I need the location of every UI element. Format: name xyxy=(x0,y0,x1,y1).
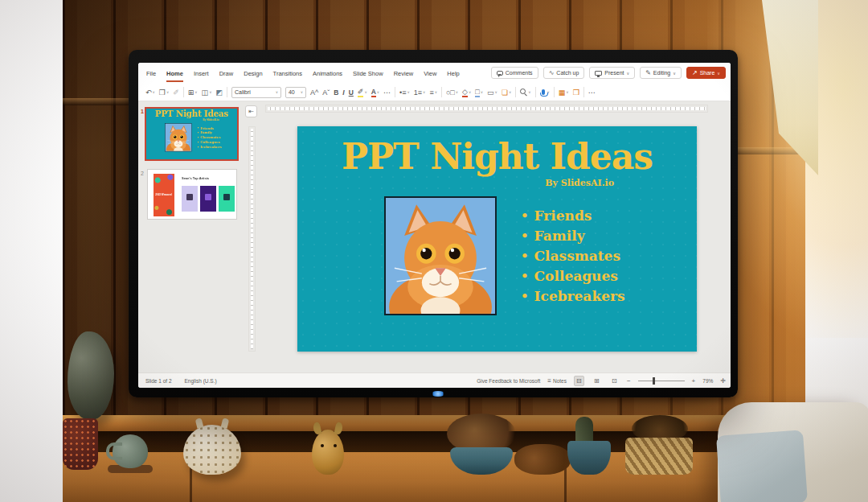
undo-icon: ↶ xyxy=(145,88,152,97)
italic-button[interactable]: I xyxy=(342,88,344,97)
menu-design[interactable]: Design xyxy=(244,65,262,82)
slide-1-thumbnail-content: PPT Night Ideas By SlidesAI.io Friends F… xyxy=(145,107,239,160)
undo-button[interactable]: ↶∨ xyxy=(145,88,155,97)
new-slide-icon: ⊞ xyxy=(188,88,194,97)
chevron-down-icon: ∨ xyxy=(194,90,197,94)
numbering-button[interactable]: 1≡∨ xyxy=(414,88,426,97)
zoom-slider[interactable] xyxy=(638,377,685,385)
new-slide-button[interactable]: ⊞∨ xyxy=(188,88,198,97)
slide-2-thumbnail[interactable]: 2023 Wrapped Sean's Top Artists xyxy=(147,169,237,220)
thumb-bullet: Icebreakers xyxy=(197,145,222,150)
catch-up-button[interactable]: ∿ Catch up xyxy=(543,67,585,79)
zoom-level[interactable]: 79% xyxy=(702,378,713,384)
bullet-item[interactable]: Icebreakers xyxy=(521,286,625,306)
highlight-color-button[interactable]: ✐∨ xyxy=(358,88,367,97)
menu-slide-show[interactable]: Slide Show xyxy=(353,65,383,82)
feedback-link[interactable]: Give Feedback to Microsoft xyxy=(477,378,540,384)
vertical-ruler xyxy=(248,126,256,352)
slide-sorter-view-button[interactable]: ⊞ xyxy=(592,376,602,386)
clipboard-icon: ❐ xyxy=(159,88,166,97)
bullet-item[interactable]: Family xyxy=(521,225,625,245)
design-ideas-button[interactable]: ▦∨ xyxy=(559,88,569,97)
slide-title[interactable]: PPT Night Ideas xyxy=(297,136,697,177)
slide-subtitle[interactable]: By SlidesAI.io xyxy=(545,178,614,188)
shapes-button[interactable]: ○□∨ xyxy=(446,88,458,97)
layout-button[interactable]: ◫∨ xyxy=(202,88,212,97)
language-selector[interactable]: English (U.S.) xyxy=(185,378,217,384)
cat-image[interactable] xyxy=(384,196,497,315)
bullet-item[interactable]: Classmates xyxy=(521,245,625,265)
thumb2-artist-card xyxy=(200,186,216,212)
thumb2-artist-card xyxy=(182,186,198,212)
font-name-select[interactable]: Calibri∨ xyxy=(231,87,281,98)
menu-view[interactable]: View xyxy=(424,65,436,82)
menu-file[interactable]: File xyxy=(146,65,156,82)
arrange-button[interactable]: ❏∨ xyxy=(502,88,511,97)
menu-transitions[interactable]: Transitions xyxy=(273,65,302,82)
underline-button[interactable]: U xyxy=(349,88,354,97)
slideshow-icon: ⊡ xyxy=(612,377,617,385)
pencil-icon: ✎ xyxy=(645,70,651,76)
ribbon-overflow-button[interactable]: ⋯ xyxy=(588,88,596,97)
slide-1-thumbnail[interactable]: PPT Night Ideas By SlidesAI.io Friends F… xyxy=(145,107,239,161)
shape-outline-button[interactable]: □∨ xyxy=(475,88,483,97)
editing-button[interactable]: ✎ Editing ∨ xyxy=(640,67,682,79)
dictate-button[interactable]: ∨ xyxy=(540,89,550,95)
notes-toggle[interactable]: ≡ Notes xyxy=(547,377,567,385)
format-painter-button[interactable]: ✐ xyxy=(173,88,179,97)
shrink-font-button[interactable]: Aˇ xyxy=(322,88,330,97)
chevron-down-icon: ∨ xyxy=(209,90,211,94)
menu-home[interactable]: Home xyxy=(166,65,183,82)
designer-button[interactable]: ◩ xyxy=(215,88,223,97)
fit-to-window-button[interactable]: ✛ xyxy=(720,377,726,385)
bullet-list[interactable]: Friends Family Classmates Colleagues Ice… xyxy=(521,205,625,306)
slide-2-number: 2 xyxy=(141,171,144,176)
thumb-slide-subtitle: By SlidesAI.io xyxy=(203,119,219,121)
find-button[interactable]: ∨ xyxy=(520,88,530,96)
status-right: Give Feedback to Microsoft ≡ Notes ⊟ ⊞ ⊡… xyxy=(477,376,726,386)
slideshow-view-button[interactable]: ⊡ xyxy=(609,376,620,386)
share-label: Share xyxy=(700,70,715,76)
add-ins-button[interactable]: ❒ xyxy=(573,88,579,97)
design-ideas-icon: ▦ xyxy=(559,88,566,97)
share-button[interactable]: ↗ Share ∨ xyxy=(686,67,726,79)
normal-view-icon: ⊟ xyxy=(576,377,582,385)
bullet-item[interactable]: Friends xyxy=(521,205,625,225)
bold-button[interactable]: B xyxy=(334,88,338,97)
bullets-button[interactable]: •≡∨ xyxy=(399,88,410,97)
comments-button[interactable]: Comments xyxy=(491,67,538,79)
zoom-in-button[interactable]: + xyxy=(692,377,696,385)
align-button[interactable]: ≡∨ xyxy=(429,88,437,97)
divider xyxy=(554,87,555,97)
slide-canvas[interactable]: PPT Night Ideas By SlidesAI.io Friends F… xyxy=(297,126,697,352)
status-bar: Slide 1 of 2 English (U.S.) Give Feedbac… xyxy=(138,372,731,388)
bullet-item[interactable]: Colleagues xyxy=(521,265,625,286)
thumb-bullet: Classmates xyxy=(197,135,222,140)
menu-review[interactable]: Review xyxy=(394,65,414,82)
decor-woven-basket xyxy=(625,438,693,475)
more-font-options-button[interactable]: ⋯ xyxy=(383,88,391,97)
numbering-icon: 1≡ xyxy=(414,88,422,97)
thumb2-wrapped-card: 2023 Wrapped xyxy=(154,174,174,216)
present-button[interactable]: Present ∨ xyxy=(589,67,635,79)
chevron-down-icon: ∨ xyxy=(528,90,530,94)
decor-gold-owl-figurine xyxy=(312,430,344,475)
menu-help[interactable]: Help xyxy=(447,65,459,82)
paste-button[interactable]: ❐∨ xyxy=(159,88,169,97)
collapse-thumbnails-button[interactable]: ⇤ xyxy=(245,105,257,117)
shape-fill-button[interactable]: ◇∨ xyxy=(462,88,471,97)
menu-draw[interactable]: Draw xyxy=(219,65,234,82)
font-size-select[interactable]: 40∨ xyxy=(285,87,306,98)
menu-insert[interactable]: Insert xyxy=(194,65,209,82)
divider xyxy=(183,87,184,97)
text-box-button[interactable]: ▭∨ xyxy=(487,88,497,97)
font-color-button[interactable]: A∨ xyxy=(371,88,379,97)
grow-font-button[interactable]: A^ xyxy=(310,88,318,97)
normal-view-button[interactable]: ⊟ xyxy=(574,376,584,386)
menu-animations[interactable]: Animations xyxy=(313,65,342,82)
zoom-out-button[interactable]: − xyxy=(627,377,631,385)
shape-outline-icon: □ xyxy=(475,88,479,97)
zoom-slider-handle[interactable] xyxy=(653,377,655,385)
menu-bar: File Home Insert Draw Design Transitions… xyxy=(138,63,731,84)
comments-label: Comments xyxy=(506,70,533,76)
